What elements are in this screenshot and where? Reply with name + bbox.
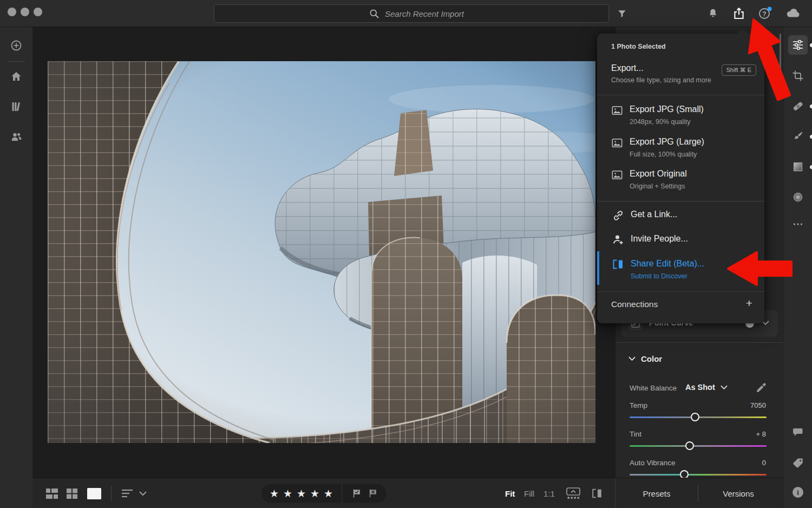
library-books-icon (10, 100, 23, 113)
home-button[interactable] (10, 70, 23, 83)
star-icon[interactable]: ★ (310, 487, 322, 500)
export-original-item[interactable]: Export Original (630, 169, 687, 179)
people-button[interactable] (10, 131, 23, 144)
more-tools-button[interactable] (791, 218, 804, 231)
white-balance-value[interactable]: As Shot (685, 383, 715, 392)
grid-view-icon (67, 489, 77, 499)
eyedropper-icon[interactable] (755, 382, 767, 394)
cloud-sync-button[interactable] (785, 6, 801, 21)
reject-flag-icon[interactable] (368, 488, 378, 499)
search-input[interactable]: Search Recent Import (214, 4, 609, 23)
sort-lines-icon (122, 489, 134, 498)
add-photos-button[interactable] (10, 39, 23, 52)
help-notification-dot (768, 7, 772, 11)
link-icon (612, 209, 625, 222)
share-menu: 1 Photo Selected Export... Shift ⌘ E Cho… (597, 34, 764, 323)
tint-slider[interactable] (630, 445, 767, 447)
right-toolbar: i (783, 27, 812, 508)
window-minimize-button[interactable] (21, 8, 29, 16)
star-icon[interactable]: ★ (283, 487, 294, 500)
star-icon[interactable]: ★ (297, 487, 308, 500)
color-section-header[interactable]: Color (628, 354, 662, 363)
panel-bottom-bar: Presets Versions (615, 478, 783, 508)
search-placeholder: Search Recent Import (385, 9, 464, 18)
versions-button[interactable]: Versions (698, 478, 778, 508)
export-subtitle: Choose file type, sizing and more (611, 76, 711, 84)
share-edit-item[interactable]: Share Edit (Beta)... (631, 259, 704, 269)
menu-divider (597, 201, 764, 201)
square-grid-view-button[interactable] (67, 478, 77, 508)
star-rating[interactable]: ★★★★★ (261, 484, 341, 503)
healing-bandaid-icon (791, 100, 804, 113)
auto-vibrance-slider-knob[interactable] (680, 470, 689, 478)
menu-caret (737, 29, 749, 34)
zoom-1to1-button[interactable]: 1:1 (543, 478, 555, 508)
temp-slider[interactable] (630, 416, 767, 418)
svg-text:?: ? (762, 10, 766, 18)
edit-tool-button[interactable] (791, 38, 804, 51)
menu-divider (597, 95, 764, 95)
cloud-icon (785, 7, 801, 20)
photo-grid-view-button[interactable] (46, 478, 58, 508)
export-jpg-large-item[interactable]: Export JPG (Large) (630, 137, 704, 147)
before-after-button[interactable] (591, 478, 604, 508)
sort-button[interactable] (122, 478, 134, 508)
comments-button[interactable] (791, 426, 804, 439)
notifications-button[interactable] (705, 6, 721, 21)
menu-divider (597, 291, 764, 292)
help-button[interactable]: ? (757, 6, 772, 21)
tint-value: + 8 (756, 430, 766, 438)
white-balance-label: White Balance (630, 384, 677, 392)
export-jpg-small-item[interactable]: Export JPG (Small) (630, 105, 704, 114)
connections-item[interactable]: Connections (611, 299, 658, 309)
temp-slider-knob[interactable] (691, 413, 699, 421)
window-close-button[interactable] (8, 8, 16, 16)
zoom-fill-button[interactable]: Fill (524, 478, 534, 508)
auto-vibrance-slider[interactable] (630, 474, 767, 476)
pick-flag-icon[interactable] (351, 488, 362, 499)
filmstrip-toggle-button[interactable] (566, 478, 580, 508)
tint-slider-knob[interactable] (685, 441, 694, 450)
star-icon[interactable]: ★ (324, 487, 335, 500)
export-jpg-large-subtitle: Full size, 100% quality (630, 151, 697, 158)
add-connection-button[interactable]: + (746, 297, 752, 310)
crop-tool-button[interactable] (791, 69, 804, 82)
sort-options-chevron[interactable] (139, 478, 147, 508)
window-zoom-button[interactable] (34, 8, 42, 16)
white-balance-chevron-icon[interactable] (721, 385, 728, 390)
sidebar-divider (8, 61, 25, 62)
single-photo-view-icon (87, 488, 101, 499)
info-button[interactable]: i (791, 486, 804, 499)
radial-gradient-tool-button[interactable] (791, 191, 804, 204)
tint-label: Tint (630, 430, 641, 438)
photo-canvas (32, 27, 615, 478)
keywords-button[interactable] (791, 457, 804, 470)
invite-person-icon (612, 233, 625, 246)
filter-button[interactable] (614, 6, 630, 21)
export-menu-item[interactable]: Export... (611, 63, 644, 73)
compare-icon (591, 487, 604, 499)
left-sidebar (0, 27, 32, 508)
detail-view-button[interactable] (87, 478, 101, 508)
zoom-fit-button[interactable]: Fit (505, 478, 515, 508)
get-a-link-item[interactable]: Get a Link... (631, 210, 677, 219)
share-button[interactable] (731, 6, 746, 21)
panel-divider (615, 342, 783, 343)
photo[interactable] (48, 61, 595, 443)
selected-item-indicator (597, 251, 599, 285)
star-icon[interactable]: ★ (270, 487, 281, 500)
color-section-label: Color (641, 354, 662, 363)
presets-button[interactable]: Presets (615, 478, 698, 508)
edit-indicator-dot (810, 43, 812, 47)
invite-people-item[interactable]: Invite People... (631, 234, 688, 244)
library-button[interactable] (10, 100, 23, 113)
image-icon (611, 137, 623, 149)
chevron-down-icon (139, 491, 147, 496)
edit-indicator-dot (810, 105, 812, 108)
temp-label: Temp (630, 401, 647, 409)
linear-gradient-tool-button[interactable] (791, 160, 804, 173)
panel-scrollbar[interactable] (780, 34, 781, 97)
healing-tool-button[interactable] (791, 100, 804, 113)
help-icon: ? (758, 6, 772, 21)
brush-tool-button[interactable] (791, 130, 804, 143)
